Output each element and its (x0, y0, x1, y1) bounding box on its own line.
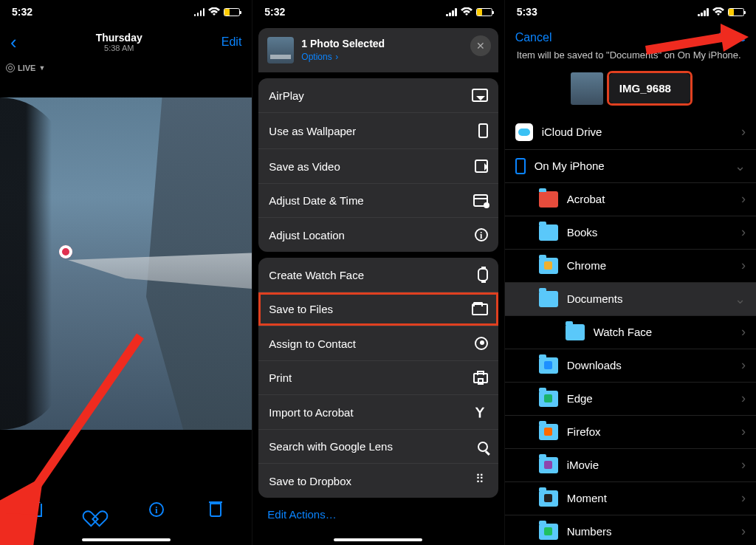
header-title: Thursday 5:38 AM (96, 32, 142, 52)
edit-actions-link[interactable]: Edit Actions… (252, 498, 504, 531)
battery-icon (224, 8, 240, 16)
action-label: Create Watch Face (269, 269, 364, 281)
location-onmyiphone[interactable]: On My iPhone ⌄ (505, 150, 756, 183)
action-label: Save as Video (269, 160, 340, 173)
info-button[interactable] (149, 502, 164, 521)
folder-label: Moment (567, 492, 732, 504)
share-options-link[interactable]: Options › (301, 49, 385, 63)
action-label: Print (269, 371, 292, 384)
action-use-as-wallpaper[interactable]: Use as Wallpaper (258, 113, 498, 149)
signal-icon (194, 8, 205, 16)
folder-label: Numbers (567, 525, 732, 538)
folder-icon (539, 391, 558, 407)
locations-list: iCloud Drive › On My iPhone ⌄ Acrobat›Bo… (505, 115, 756, 545)
airplay-icon (472, 89, 488, 102)
folder-firefox[interactable]: Firefox› (505, 416, 756, 449)
delete-button[interactable] (210, 502, 221, 521)
action-save-to-files[interactable]: Save to Files (258, 292, 498, 326)
favorite-button[interactable] (88, 502, 103, 521)
action-label: Import to Acrobat (269, 406, 353, 419)
share-actions: AirPlayUse as WallpaperSave as VideoAdju… (252, 78, 504, 498)
action-create-watch-face[interactable]: Create Watch Face (258, 258, 498, 292)
folder-icon (539, 224, 558, 241)
action-adjust-location[interactable]: Adjust Location (258, 218, 498, 252)
folder-books[interactable]: Books› (505, 216, 756, 250)
back-button[interactable]: ‹ (10, 32, 17, 52)
action-label: Adjust Location (269, 229, 345, 241)
folder-acrobat[interactable]: Acrobat› (505, 183, 756, 216)
folder-chrome[interactable]: Chrome› (505, 250, 756, 283)
share-header: 1 Photo Selected Options › ✕ (258, 28, 498, 72)
folder-numbers[interactable]: Numbers› (505, 515, 756, 545)
action-search-with-google-lens[interactable]: Search with Google Lens (258, 430, 498, 464)
photos-header: ‹ Thursday 5:38 AM Edit (0, 24, 252, 61)
folder-label: Documents (567, 292, 726, 305)
filename-input[interactable] (609, 73, 690, 103)
vcam-icon (475, 160, 488, 173)
folder-list: Acrobat›Books›Chrome›Documents⌄Watch Fac… (505, 183, 756, 545)
action-label: Save to Dropbox (269, 475, 351, 487)
folder-watch-face[interactable]: Watch Face› (505, 316, 756, 349)
location-label: iCloud Drive (542, 126, 732, 138)
close-button[interactable]: ✕ (470, 35, 491, 56)
folder-documents[interactable]: Documents⌄ (505, 283, 756, 316)
action-label: Use as Wallpaper (269, 125, 356, 137)
status-bar: 5:32 (0, 0, 252, 24)
folder-icon (472, 304, 488, 315)
folder-icon (539, 490, 558, 507)
folder-label: Books (567, 226, 732, 239)
edit-button[interactable]: Edit (221, 35, 242, 49)
action-assign-to-contact[interactable]: Assign to Contact (258, 326, 498, 361)
status-time: 5:32 (264, 6, 285, 18)
chevron-right-icon: › (741, 124, 746, 140)
folder-label: Watch Face (594, 326, 732, 338)
folder-label: Firefox (567, 425, 732, 438)
battery-icon (476, 8, 492, 16)
share-button[interactable] (30, 502, 42, 521)
folder-downloads[interactable]: Downloads› (505, 349, 756, 383)
folder-icon (539, 258, 558, 274)
status-icons (446, 7, 492, 16)
save-button[interactable]: Save (718, 31, 746, 44)
close-icon: ✕ (476, 40, 485, 52)
chevron-right-icon: › (741, 391, 746, 406)
live-label: LIVE (18, 64, 35, 72)
status-time: 5:33 (517, 6, 537, 18)
action-airplay[interactable]: AirPlay (258, 78, 498, 113)
home-indicator[interactable] (82, 538, 171, 541)
header-subtime: 5:38 AM (96, 44, 142, 52)
action-save-to-dropbox[interactable]: Save to Dropbox (258, 464, 498, 498)
chevron-down-icon: ▼ (38, 64, 45, 72)
action-save-as-video[interactable]: Save as Video (258, 149, 498, 184)
folder-icon (539, 524, 558, 540)
search-icon (478, 442, 488, 452)
phone-icon (478, 123, 488, 138)
status-icons (698, 7, 744, 16)
battery-icon (728, 8, 744, 16)
status-bar: 5:32 (252, 0, 504, 24)
photo-preview[interactable] (0, 97, 252, 430)
folder-moment[interactable]: Moment› (505, 482, 756, 515)
action-print[interactable]: Print (258, 361, 498, 395)
action-import-to-acrobat[interactable]: Import to Acrobat (258, 395, 498, 430)
home-indicator[interactable] (334, 538, 422, 541)
folder-edge[interactable]: Edge› (505, 383, 756, 416)
folder-icon (539, 357, 558, 374)
action-group: Create Watch FaceSave to FilesAssign to … (258, 258, 498, 498)
acrobat-icon (472, 405, 488, 419)
cancel-button[interactable]: Cancel (515, 31, 552, 44)
chevron-right-icon: › (335, 52, 338, 62)
live-icon (6, 64, 15, 72)
action-label: Save to Files (269, 303, 333, 315)
chevron-right-icon: › (741, 258, 746, 273)
action-adjust-date-time[interactable]: Adjust Date & Time (258, 184, 498, 218)
wifi-icon (712, 7, 724, 16)
print-icon (473, 373, 488, 383)
folder-icon (539, 457, 558, 473)
location-icloud[interactable]: iCloud Drive › (505, 115, 756, 150)
watch-icon (478, 268, 488, 281)
folder-imovie[interactable]: iMovie› (505, 449, 756, 482)
share-thumbnail (267, 37, 294, 64)
live-badge[interactable]: LIVE ▼ (0, 61, 51, 75)
folder-icon (539, 291, 558, 307)
